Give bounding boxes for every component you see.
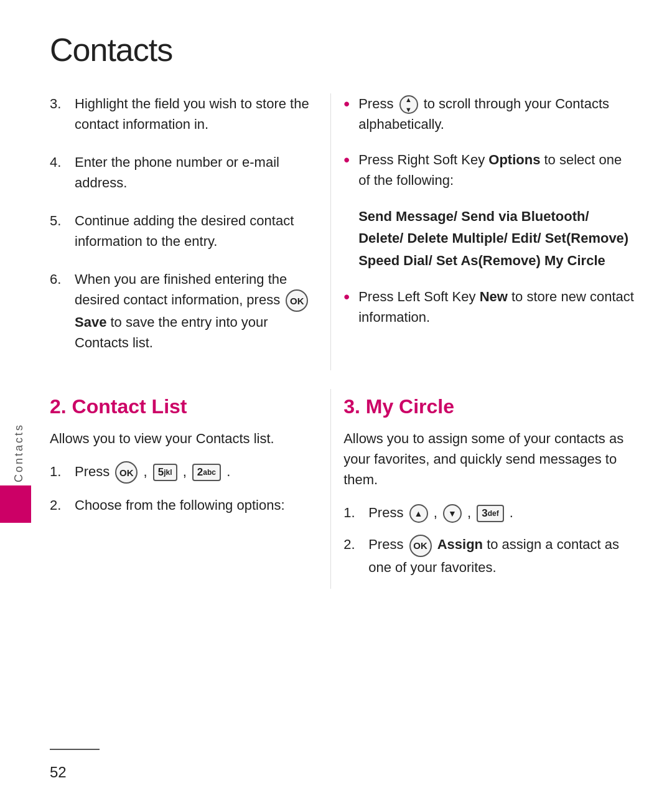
contact-list-desc: Allows you to view your Contacts list. [50, 428, 312, 449]
sidebar-accent [0, 485, 31, 523]
list-item: 5. Continue adding the desired contact i… [50, 210, 312, 251]
contact-list-heading: 2. Contact List [50, 395, 312, 418]
sections-bottom: 2. Contact List Allows you to view your … [50, 389, 635, 588]
ok-icon: OK [115, 461, 138, 484]
my-circle-heading: 3. My Circle [343, 395, 635, 418]
item-number: 6. [50, 269, 75, 353]
item-number: 1. [50, 461, 75, 484]
item-number: 3. [50, 93, 75, 134]
list-item: 2. Press OK Assign to assign a contact a… [343, 534, 635, 577]
page-number: 52 [50, 764, 67, 781]
bullet-dot: • [343, 91, 358, 134]
key-2-icon: 2 abc [192, 464, 221, 481]
bullet-item: • Press Right Soft Key Options to select… [343, 149, 635, 190]
left-column: 3. Highlight the field you wish to store… [50, 93, 330, 370]
item-number: 2. [343, 534, 368, 577]
bullet-dot: • [343, 284, 358, 327]
contact-list-section: 2. Contact List Allows you to view your … [50, 389, 330, 588]
sidebar-label: Contacts [12, 423, 26, 482]
list-item: 6. When you are finished entering the de… [50, 269, 312, 353]
bullet-text: Press ▲▼ to scroll through your Contacts… [358, 93, 635, 134]
item-number: 4. [50, 152, 75, 193]
item-text: Choose from the following options: [75, 495, 312, 515]
page-title: Contacts [50, 31, 635, 68]
nav-up-icon: ▲ [409, 504, 428, 523]
item-text: Continue adding the desired contact info… [75, 210, 312, 251]
key-3-icon: 3 def [477, 505, 503, 522]
right-column: • Press ▲▼ to scroll through your Contac… [330, 93, 635, 370]
bullet-text: Press Left Soft Key New to store new con… [358, 286, 635, 327]
assign-label: Assign [437, 537, 483, 552]
page: Contacts 3. Highlight the field you wish… [0, 0, 672, 806]
options-block: Send Message/ Send via Bluetooth/ Delete… [358, 205, 635, 271]
nav-icon: ▲▼ [399, 95, 418, 114]
list-item: 4. Enter the phone number or e-mail addr… [50, 152, 312, 193]
item-number: 5. [50, 210, 75, 251]
save-label: Save [75, 314, 106, 330]
ok-icon: OK [286, 289, 308, 312]
item-text: Highlight the field you wish to store th… [75, 93, 312, 134]
bullet-dot: • [343, 147, 358, 190]
options-label: Options [488, 152, 540, 167]
main-content: 3. Highlight the field you wish to store… [50, 93, 635, 370]
list-item: 1. Press ▲ , ▼ , 3 def . [343, 502, 635, 523]
bullet-item: • Press Left Soft Key New to store new c… [343, 286, 635, 327]
item-text: Press OK , 5 jkl , 2 abc . [75, 461, 312, 484]
item-text: Enter the phone number or e-mail address… [75, 152, 312, 193]
divider-line [50, 749, 100, 750]
my-circle-section: 3. My Circle Allows you to assign some o… [330, 389, 635, 588]
list-item: 1. Press OK , 5 jkl , 2 abc . [50, 461, 312, 484]
new-label: New [480, 289, 508, 304]
item-text: When you are finished entering the desir… [75, 269, 312, 353]
nav-down-icon: ▼ [443, 504, 462, 523]
my-circle-desc: Allows you to assign some of your contac… [343, 428, 635, 490]
item-text: Press ▲ , ▼ , 3 def . [368, 502, 635, 523]
list-item: 2. Choose from the following options: [50, 495, 312, 515]
item-number: 1. [343, 502, 368, 523]
item-number: 2. [50, 495, 75, 515]
ok-icon: OK [409, 535, 432, 557]
list-item: 3. Highlight the field you wish to store… [50, 93, 312, 134]
bullet-text: Press Right Soft Key Options to select o… [358, 149, 635, 190]
bullet-item: • Press ▲▼ to scroll through your Contac… [343, 93, 635, 134]
key-5-icon: 5 jkl [153, 464, 177, 481]
item-text: Press OK Assign to assign a contact as o… [368, 534, 635, 577]
